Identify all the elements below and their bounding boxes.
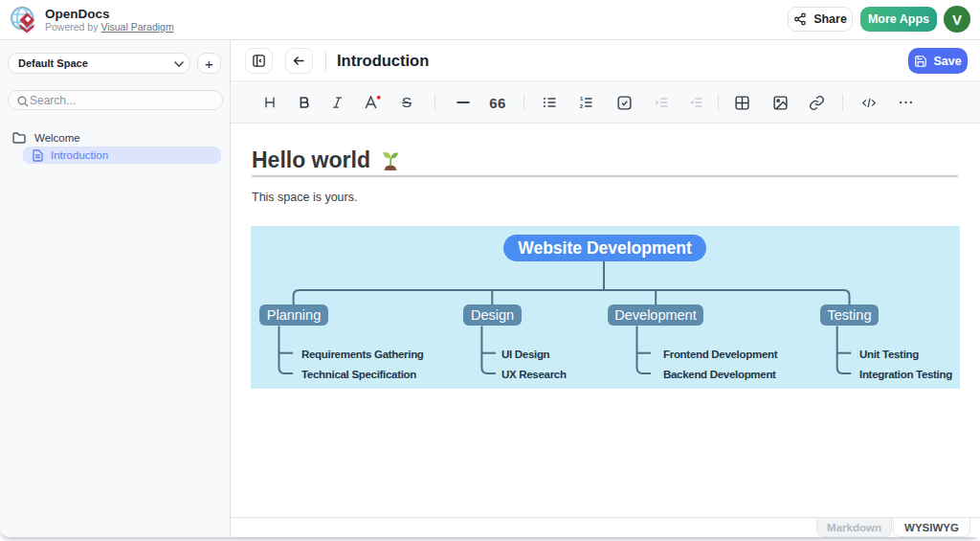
svg-text:2: 2: [579, 103, 583, 109]
svg-text:1: 1: [579, 96, 583, 101]
